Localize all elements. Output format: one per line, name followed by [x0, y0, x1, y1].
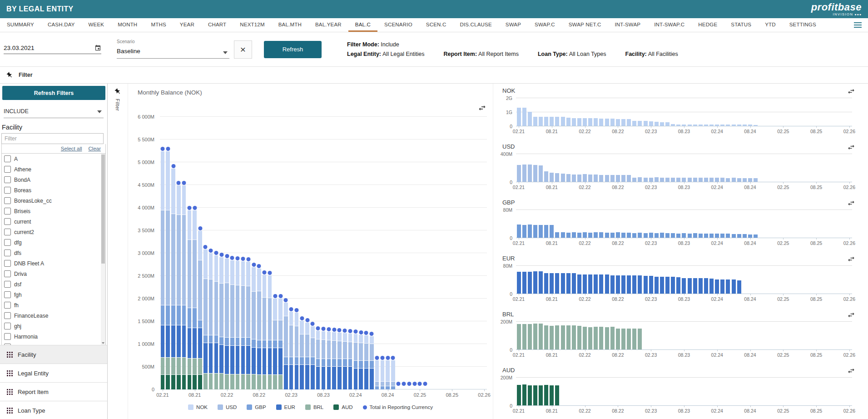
total-dot[interactable]	[348, 329, 352, 333]
expand-chart-icon[interactable]	[847, 311, 855, 321]
bar-segment-usd[interactable]	[177, 214, 181, 305]
filter-panel-header[interactable]: Filter	[0, 67, 868, 84]
bar-segment-nok[interactable]	[166, 151, 170, 210]
total-dot[interactable]	[364, 331, 368, 335]
bar-segment-gbp[interactable]	[161, 305, 165, 325]
total-dot[interactable]	[209, 249, 213, 253]
bar-segment-nok[interactable]	[278, 298, 283, 320]
bar-segment-aud[interactable]	[193, 374, 197, 389]
bar-segment-brl[interactable]	[278, 374, 283, 389]
bar-gbp[interactable]	[748, 234, 752, 238]
bar-segment-eur[interactable]	[193, 328, 197, 358]
total-dot[interactable]	[263, 270, 267, 274]
bar-brl[interactable]	[621, 329, 625, 350]
bar-segment-gbp[interactable]	[236, 337, 240, 345]
bar-segment-brl[interactable]	[268, 374, 272, 389]
bar-usd[interactable]	[539, 165, 543, 182]
bar-segment-gbp[interactable]	[295, 357, 299, 365]
bar-eur[interactable]	[555, 273, 559, 294]
bar-segment-nok[interactable]	[391, 360, 395, 381]
bar-segment-gbp[interactable]	[268, 340, 272, 348]
bar-usd[interactable]	[599, 175, 603, 182]
bar-segment-usd[interactable]	[348, 342, 352, 359]
bar-brl[interactable]	[522, 324, 526, 349]
bar-eur[interactable]	[638, 275, 642, 294]
bar-segment-nok[interactable]	[322, 331, 326, 339]
bar-eur[interactable]	[732, 279, 736, 294]
bar-usd[interactable]	[676, 178, 680, 182]
bar-gbp[interactable]	[704, 234, 708, 238]
bar-segment-nok[interactable]	[381, 360, 385, 381]
bar-usd[interactable]	[588, 175, 592, 182]
tab-scenario[interactable]: SCENARIO	[377, 18, 419, 32]
bar-nok[interactable]	[709, 125, 714, 126]
legend-item-eur[interactable]: EUR	[276, 404, 295, 410]
bar-usd[interactable]	[561, 174, 565, 182]
total-dot[interactable]	[311, 322, 315, 326]
bar-segment-usd[interactable]	[370, 344, 374, 360]
total-dot[interactable]	[198, 226, 202, 230]
bar-segment-eur[interactable]	[370, 368, 374, 389]
bar-gbp[interactable]	[594, 232, 598, 238]
bar-segment-usd[interactable]	[198, 260, 202, 320]
bar-usd[interactable]	[594, 175, 598, 182]
bar-segment-usd[interactable]	[203, 279, 208, 335]
bar-nok[interactable]	[627, 119, 631, 126]
bar-segment-usd[interactable]	[188, 239, 192, 308]
bar-gbp[interactable]	[649, 233, 653, 238]
bar-segment-usd[interactable]	[252, 291, 256, 339]
bar-segment-gbp[interactable]	[354, 360, 358, 369]
bar-gbp[interactable]	[737, 234, 741, 238]
bar-usd[interactable]	[732, 178, 736, 182]
bar-segment-nok[interactable]	[177, 185, 181, 214]
accordion-facility[interactable]: Facility	[0, 345, 107, 364]
bar-segment-nok[interactable]	[348, 333, 352, 342]
expand-chart-icon[interactable]	[847, 87, 855, 97]
bar-segment-nok[interactable]	[263, 274, 267, 297]
bar-eur[interactable]	[693, 278, 697, 294]
total-dot[interactable]	[423, 382, 427, 386]
bar-aud[interactable]	[517, 385, 521, 405]
tab-bal-c[interactable]: BAL.C	[348, 18, 377, 32]
expand-chart-icon[interactable]	[847, 199, 855, 209]
bar-segment-brl[interactable]	[182, 357, 186, 374]
bar-segment-brl[interactable]	[257, 374, 261, 389]
bar-segment-eur[interactable]	[203, 343, 208, 373]
bar-segment-nok[interactable]	[284, 302, 288, 316]
bar-segment-nok[interactable]	[225, 258, 229, 283]
bar-segment-nok[interactable]	[316, 330, 320, 339]
bar-segment-gbp[interactable]	[311, 357, 315, 365]
bar-segment-nok[interactable]	[343, 333, 347, 341]
bar-segment-nok[interactable]	[370, 336, 374, 344]
bar-segment-brl[interactable]	[203, 373, 208, 389]
bar-segment-nok[interactable]	[246, 261, 250, 286]
bar-eur[interactable]	[676, 277, 680, 294]
bar-segment-usd[interactable]	[364, 343, 368, 360]
bar-segment-usd[interactable]	[386, 381, 390, 386]
bar-nok[interactable]	[555, 117, 559, 126]
bar-eur[interactable]	[709, 279, 714, 294]
bar-gbp[interactable]	[665, 233, 670, 238]
bar-segment-usd[interactable]	[332, 340, 336, 359]
bar-segment-gbp[interactable]	[193, 308, 197, 328]
bar-eur[interactable]	[550, 273, 554, 294]
bar-eur[interactable]	[655, 277, 659, 294]
bar-nok[interactable]	[671, 124, 675, 126]
bar-brl[interactable]	[544, 325, 548, 349]
bar-segment-gbp[interactable]	[300, 357, 304, 365]
bar-segment-brl[interactable]	[273, 374, 277, 389]
bar-usd[interactable]	[621, 175, 625, 182]
bar-aud[interactable]	[522, 384, 526, 405]
tab-int-swap-c[interactable]: INT-SWAP.C	[647, 18, 691, 32]
bar-segment-gbp[interactable]	[203, 335, 208, 343]
list-item-dsf[interactable]: dsf	[2, 279, 105, 289]
bar-segment-brl[interactable]	[166, 357, 170, 374]
bar-segment-nok[interactable]	[161, 151, 165, 210]
bar-eur[interactable]	[566, 273, 570, 294]
bar-usd[interactable]	[682, 178, 686, 182]
bar-segment-nok[interactable]	[364, 335, 368, 343]
bar-segment-aud[interactable]	[166, 374, 170, 389]
bar-segment-usd[interactable]	[381, 381, 385, 386]
total-dot[interactable]	[343, 329, 347, 333]
bar-segment-brl[interactable]	[214, 373, 218, 389]
